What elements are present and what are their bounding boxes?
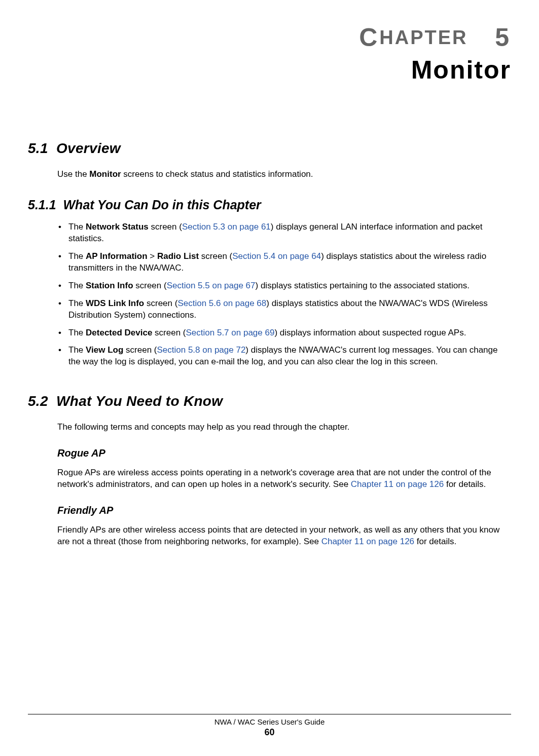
list-item: The AP Information > Radio List screen (…: [57, 251, 511, 274]
section-title: What You Need to Know: [56, 393, 223, 409]
chapter-label: CHAPTER 5: [28, 23, 511, 52]
xref-link[interactable]: Section 5.4 on page 64: [232, 251, 321, 261]
list-item: The Network Status screen (Section 5.3 o…: [57, 221, 511, 245]
chapter-word-initialcap: C: [359, 23, 379, 52]
section-heading-needtoknow: 5.2 What You Need to Know: [28, 393, 511, 409]
subsection-heading-whatyoucando: 5.1.1 What You Can Do in this Chapter: [28, 198, 511, 212]
chapter-number: 5: [495, 23, 511, 52]
xref-link[interactable]: Chapter 11 on page 126: [321, 537, 414, 546]
page-footer: NWA / WAC Series User's Guide 60: [0, 714, 539, 738]
xref-link[interactable]: Section 5.7 on page 69: [186, 328, 275, 337]
friendly-ap-paragraph: Friendly APs are other wireless access p…: [57, 524, 511, 548]
rogue-ap-paragraph: Rogue APs are wireless access points ope…: [57, 467, 511, 490]
footer-page-number: 60: [0, 727, 539, 738]
xref-link[interactable]: Section 5.8 on page 72: [157, 345, 245, 355]
section-num: 5.1: [28, 140, 48, 156]
xref-link[interactable]: Section 5.6 on page 68: [177, 298, 266, 308]
section-num: 5.2: [28, 393, 48, 409]
list-item: The Station Info screen (Section 5.5 on …: [57, 280, 511, 292]
list-item: The View Log screen (Section 5.8 on page…: [57, 345, 511, 368]
footer-rule: [28, 714, 511, 714]
subsection-num: 5.1.1: [28, 198, 56, 212]
page: CHAPTER 5 Monitor 5.1 Overview Use the M…: [0, 0, 539, 756]
section-heading-overview: 5.1 Overview: [28, 140, 511, 157]
overview-paragraph: Use the Monitor screens to check status …: [57, 169, 511, 180]
list-item: The Detected Device screen (Section 5.7 …: [57, 327, 511, 339]
xref-link[interactable]: Section 5.3 on page 61: [182, 222, 271, 232]
needtoknow-intro: The following terms and concepts may hel…: [57, 422, 511, 433]
term-heading-rogue-ap: Rogue AP: [57, 447, 511, 459]
overview-bold: Monitor: [89, 169, 121, 179]
subsection-title: What You Can Do in this Chapter: [63, 198, 261, 212]
chapter-word-rest: HAPTER: [379, 27, 468, 48]
list-item: The WDS Link Info screen (Section 5.6 on…: [57, 298, 511, 321]
xref-link[interactable]: Chapter 11 on page 126: [351, 479, 444, 489]
xref-link[interactable]: Section 5.5 on page 67: [167, 281, 256, 290]
bullet-list: The Network Status screen (Section 5.3 o…: [57, 221, 511, 368]
term-heading-friendly-ap: Friendly AP: [57, 505, 511, 516]
chapter-title: Monitor: [28, 55, 511, 85]
section-title: Overview: [56, 140, 121, 156]
footer-title: NWA / WAC Series User's Guide: [0, 717, 539, 726]
